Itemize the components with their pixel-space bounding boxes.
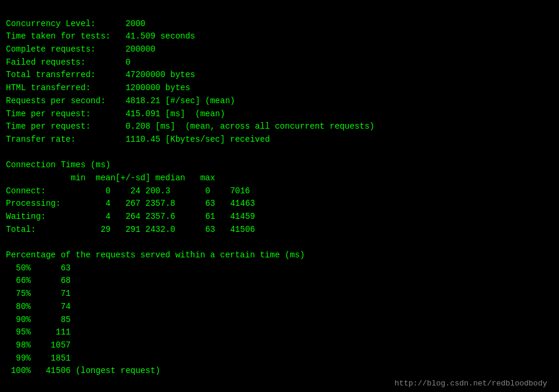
transfer-rate-value: 1110.45 [Kbytes/sec] received: [126, 135, 270, 144]
tpr2-value: 0.208 [ms] (mean, across all concurrent …: [126, 122, 375, 131]
pct-75: 75% 71: [6, 289, 71, 298]
pct-66: 66% 68: [6, 276, 71, 285]
processing-median: 63: [205, 199, 215, 208]
connect-sd: 200.3: [145, 186, 170, 196]
waiting-sd: 2357.6: [145, 212, 175, 221]
waiting-median: 61: [205, 212, 215, 221]
pct-80: 80% 74: [6, 302, 71, 311]
html-transferred-line: HTML transferred: 1200000 bytes: [6, 83, 190, 93]
failed-value: 0: [126, 58, 130, 67]
tpr1-value: 415.091 [ms] (mean): [126, 109, 225, 119]
total-sd: 2432.0: [145, 225, 175, 234]
processing-sd: 2357.8: [145, 199, 175, 208]
rps-label: Requests per second:: [6, 96, 106, 106]
tpr1-label: Time per request:: [6, 109, 91, 119]
pct-95: 95% 111: [6, 327, 71, 337]
terminal-container: Concurrency Level: 2000 Time taken for t…: [6, 5, 553, 392]
connect-min: 0: [95, 186, 110, 196]
processing-max: 41463: [230, 199, 255, 208]
connect-mean: 24: [126, 186, 140, 196]
complete-label: Complete requests:: [6, 44, 95, 54]
failed-line: Failed requests: 0: [6, 58, 130, 67]
concurrency-label: Concurrency Level:: [6, 19, 95, 28]
waiting-row: Waiting: 4 264 2357.6 61 41459: [6, 212, 255, 221]
time-taken-line: Time taken for tests: 41.509 seconds: [6, 31, 195, 41]
total-median: 63: [205, 225, 215, 234]
total-row: Total: 29 291 2432.0 63 41506: [6, 225, 255, 234]
waiting-min: 4: [95, 212, 110, 221]
connection-columns: min mean[+/-sd] median max: [6, 173, 215, 183]
total-min: 29: [95, 225, 110, 234]
processing-min: 4: [95, 199, 110, 208]
waiting-max: 41459: [230, 212, 255, 221]
total-transferred-label: Total transferred:: [6, 70, 95, 79]
percentage-header: Percentage of the requests served within…: [6, 250, 305, 260]
connect-max: 7016: [230, 186, 250, 196]
time-taken-value: 41.509 seconds: [126, 31, 196, 41]
transfer-rate-label: Transfer rate:: [6, 135, 76, 144]
transfer-rate-line: Transfer rate: 1110.45 [Kbytes/sec] rece…: [6, 135, 270, 144]
tpr2-label: Time per request:: [6, 122, 91, 131]
pct-50: 50% 63: [6, 263, 71, 273]
concurrency-value: 2000: [126, 19, 146, 28]
tpr1-line: Time per request: 415.091 [ms] (mean): [6, 109, 225, 119]
html-transferred-value: 1200000 bytes: [126, 83, 190, 93]
processing-row: Processing: 4 267 2357.8 63 41463: [6, 199, 255, 208]
pct-90: 90% 85: [6, 315, 71, 324]
pct-98: 98% 1057: [6, 340, 71, 350]
pct-99: 99% 1851: [6, 353, 71, 363]
total-transferred-value: 47200000 bytes: [126, 70, 196, 79]
total-transferred-line: Total transferred: 47200000 bytes: [6, 70, 195, 79]
connect-row: Connect: 0 24 200.3 0 7016: [6, 186, 250, 196]
failed-label: Failed requests:: [6, 58, 85, 67]
terminal-output: Concurrency Level: 2000 Time taken for t…: [6, 5, 553, 378]
rps-value: 4818.21 [#/sec] (mean): [126, 96, 235, 106]
total-max: 41506: [230, 225, 255, 234]
connect-median: 0: [205, 186, 210, 196]
concurrency-line: Concurrency Level: 2000: [6, 19, 145, 28]
pct-100: 100% 41506 (longest request): [6, 366, 160, 375]
complete-line: Complete requests: 200000: [6, 44, 155, 54]
waiting-mean: 264: [126, 212, 140, 221]
rps-line: Requests per second: 4818.21 [#/sec] (me…: [6, 96, 235, 106]
html-transferred-label: HTML transferred:: [6, 83, 91, 93]
tpr2-line: Time per request: 0.208 [ms] (mean, acro…: [6, 122, 375, 131]
total-mean: 291: [126, 225, 140, 234]
processing-mean: 267: [126, 199, 140, 208]
connection-header: Connection Times (ms): [6, 160, 110, 170]
time-taken-label: Time taken for tests:: [6, 31, 110, 41]
url-text: http://blog.csdn.net/redbloodbody: [395, 378, 547, 390]
complete-value: 200000: [126, 44, 155, 54]
